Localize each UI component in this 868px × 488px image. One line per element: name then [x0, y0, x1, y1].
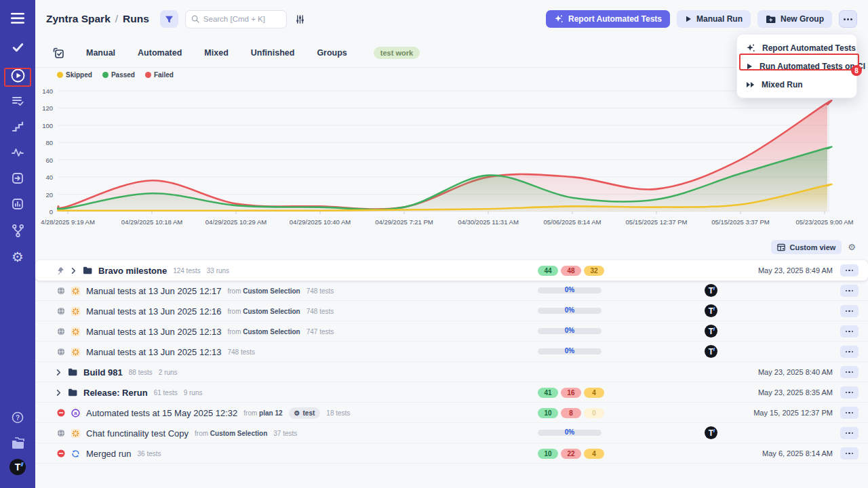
runs-table: Bravo milestone124 tests33 runs444832May… — [35, 260, 868, 464]
tab-unfinished[interactable]: Unfinished — [251, 48, 295, 58]
row-actions-button[interactable] — [840, 447, 859, 460]
run-source: from Custom Selection — [227, 328, 300, 336]
chevron-right-icon[interactable] — [71, 268, 77, 274]
import-icon[interactable] — [0, 168, 35, 188]
x-tick-label: 04/30/2025 11:31 AM — [458, 218, 519, 226]
assignee-avatar[interactable]: T — [705, 304, 717, 317]
row-actions-button[interactable] — [840, 285, 859, 297]
run-name: Merged run — [86, 449, 131, 459]
progress-bar: 0% — [538, 348, 601, 354]
run-name: Manual tests at 13 Jun 2025 12:13 — [86, 347, 221, 357]
tab-mixed[interactable]: Mixed — [204, 48, 228, 58]
tests-check-icon[interactable] — [0, 37, 35, 57]
test-plans-icon[interactable] — [0, 91, 35, 111]
row-actions-button[interactable] — [840, 264, 859, 277]
run-source: from plan 12 — [243, 409, 282, 417]
play-icon — [746, 63, 753, 70]
run-tag[interactable]: ⚙test — [289, 407, 321, 419]
folder-plus-icon — [766, 15, 776, 24]
row-actions-button[interactable] — [840, 346, 859, 358]
menu-icon[interactable] — [0, 8, 35, 28]
tab-automated[interactable]: Automated — [138, 48, 182, 58]
assignee-avatar[interactable]: T — [705, 325, 717, 338]
run-row[interactable]: Manual tests at 13 Jun 2025 12:13748 tes… — [35, 342, 868, 362]
progress-bar: 0% — [538, 287, 601, 293]
group-row[interactable]: Bravo milestone124 tests33 runs444832May… — [35, 260, 868, 281]
breadcrumb-separator: / — [115, 13, 118, 25]
table-settings-gear-icon[interactable]: ⚙ — [848, 243, 856, 251]
skipped-badge: 32 — [584, 266, 604, 276]
row-left: Manual tests at 13 Jun 2025 12:13from Cu… — [35, 321, 334, 342]
table-toolbar: Custom view ⚙ — [35, 234, 868, 260]
analytics-pulse-icon[interactable] — [0, 142, 35, 163]
settings-gear-icon[interactable]: ⚙ — [0, 247, 35, 267]
run-date: May 23, 2025 8:40 AM — [758, 362, 833, 382]
select-all-icon[interactable] — [53, 47, 64, 58]
row-actions-button[interactable] — [840, 386, 859, 399]
runs-count: 2 runs — [159, 369, 178, 376]
row-actions-button[interactable] — [840, 325, 859, 338]
manual-run-button[interactable]: Manual Run — [677, 10, 751, 28]
tests-count: 748 tests — [227, 348, 255, 356]
blocked-status-icon — [57, 409, 65, 417]
menu-item-run-automated-tests-on-ci[interactable]: Run Automated Tests on CI — [737, 57, 856, 75]
x-tick-label: 05/15/2025 12:37 PM — [626, 218, 688, 226]
chevron-right-icon[interactable] — [56, 390, 62, 396]
report-automated-tests-button[interactable]: Report Automated Tests — [546, 10, 670, 28]
tests-count: 61 tests — [154, 389, 178, 396]
new-group-button[interactable]: New Group — [757, 10, 832, 28]
projects-folder-icon[interactable] — [0, 432, 35, 453]
row-left: Manual tests at 13 Jun 2025 12:17from Cu… — [35, 281, 334, 301]
group-row[interactable]: Release: Rerun61 tests9 runs41164May 23,… — [35, 382, 868, 403]
x-tick-label: 05/06/2025 8:14 AM — [543, 218, 601, 226]
group-row[interactable]: Build 98188 tests2 runsMay 23, 2025 8:40… — [35, 362, 868, 382]
search-input[interactable] — [203, 15, 279, 23]
breadcrumb-project[interactable]: Zyntra Spark — [46, 13, 111, 25]
filter-button[interactable] — [160, 10, 178, 28]
row-actions-button[interactable] — [840, 407, 859, 419]
help-icon[interactable]: ? — [0, 407, 35, 428]
assignee-avatar[interactable]: T — [705, 345, 717, 358]
custom-view-button[interactable]: Custom view — [771, 240, 842, 254]
row-actions-button[interactable] — [840, 305, 859, 317]
more-actions-button[interactable] — [839, 10, 857, 28]
menu-item-report-automated-tests[interactable]: Report Automated Tests — [737, 39, 856, 57]
run-row[interactable]: Manual tests at 13 Jun 2025 12:13from Cu… — [35, 321, 868, 342]
chevron-right-icon[interactable] — [56, 369, 62, 375]
tests-count: 36 tests — [137, 450, 161, 458]
row-actions-button[interactable] — [840, 427, 859, 439]
run-date: May 23, 2025 8:49 AM — [758, 260, 833, 281]
row-left: Manual tests at 13 Jun 2025 12:13748 tes… — [35, 342, 255, 362]
tab-manual[interactable]: Manual — [86, 48, 115, 58]
run-row[interactable]: Merged run36 tests10224May 6, 2025 8:14 … — [35, 443, 868, 464]
run-row[interactable]: Manual tests at 13 Jun 2025 12:17from Cu… — [35, 281, 868, 301]
tests-count: 37 tests — [273, 430, 297, 437]
y-tick-label: 20 — [35, 191, 53, 199]
assignee-avatar[interactable]: T — [705, 426, 717, 439]
y-tick-label: 60 — [35, 157, 53, 164]
row-actions-button[interactable] — [840, 366, 859, 378]
account-avatar[interactable]: T — [0, 457, 35, 477]
play-icon — [685, 16, 692, 22]
folder-icon — [68, 388, 77, 396]
y-tick-label: 140 — [35, 87, 53, 95]
tab-groups[interactable]: Groups — [317, 48, 347, 58]
adjustments-icon[interactable] — [295, 14, 305, 24]
reports-chart-icon[interactable] — [0, 194, 35, 214]
run-source: from Custom Selection — [227, 308, 300, 315]
run-row[interactable]: Chat functinality test Copyfrom Custom S… — [35, 423, 868, 443]
failed-badge: 16 — [561, 388, 581, 398]
assignee-avatar[interactable]: T — [705, 284, 717, 297]
tests-count: 747 tests — [307, 328, 334, 336]
run-row[interactable]: aAutomated tests at 15 May 2025 12:32fro… — [35, 403, 868, 423]
row-left: Release: Rerun61 tests9 runs — [35, 382, 202, 403]
branches-icon[interactable] — [0, 220, 35, 241]
manual-run-icon — [71, 307, 80, 316]
menu-item-mixed-run[interactable]: Mixed Run — [737, 75, 856, 94]
runs-play-icon[interactable] — [0, 65, 35, 85]
steps-icon[interactable] — [0, 117, 35, 137]
row-left: aAutomated tests at 15 May 2025 12:32fro… — [35, 403, 350, 423]
run-row[interactable]: Manual tests at 13 Jun 2025 12:16from Cu… — [35, 301, 868, 321]
filter-tag-test-work[interactable]: test work — [374, 47, 420, 59]
tests-count: 18 tests — [326, 409, 350, 417]
